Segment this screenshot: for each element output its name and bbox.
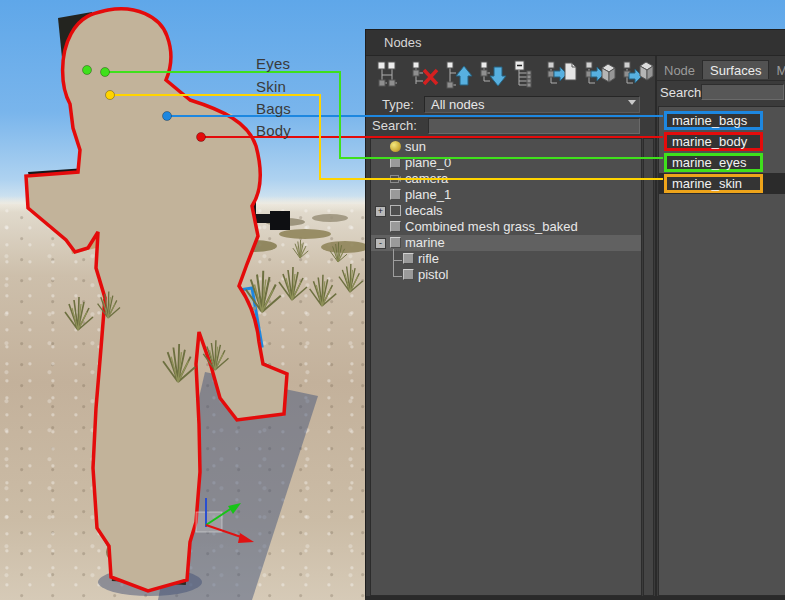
tree-row-sun[interactable]: sun bbox=[371, 139, 641, 155]
node-tree[interactable]: sun plane_0 camera plane_1 +decals Combi… bbox=[370, 138, 642, 596]
tree-row-decals[interactable]: +decals bbox=[371, 203, 641, 219]
surface-marine-bags[interactable]: marine_bags bbox=[664, 111, 763, 130]
panel-title[interactable]: Nodes bbox=[366, 30, 785, 56]
surface-row-skin[interactable]: marine_skin bbox=[659, 173, 785, 194]
cube-icon bbox=[390, 221, 401, 232]
tree-row-rifle[interactable]: rifle bbox=[371, 251, 641, 267]
tree-row-pistol[interactable]: pistol bbox=[371, 267, 641, 283]
surfaces-search-input[interactable] bbox=[701, 84, 784, 100]
tab-mesh[interactable]: Mesh bbox=[769, 61, 785, 80]
node-type-value: All nodes bbox=[431, 97, 484, 112]
inspector-tabs: NodeSurfacesMesh bbox=[657, 60, 785, 81]
tree-row-plane0[interactable]: plane_0 bbox=[371, 155, 641, 171]
import-node-from-mesh-button[interactable] bbox=[622, 58, 654, 90]
nodes-panel: Nodes bbox=[365, 29, 785, 600]
tree-row-camera[interactable]: camera bbox=[371, 171, 641, 187]
type-label: Type: bbox=[382, 97, 414, 112]
move-node-down-button[interactable] bbox=[478, 58, 510, 90]
tab-node[interactable]: Node bbox=[657, 61, 702, 80]
node-type-dropdown[interactable]: All nodes bbox=[424, 96, 640, 113]
delete-node-button[interactable] bbox=[410, 58, 442, 90]
cube-icon bbox=[390, 189, 401, 200]
surface-row-body[interactable]: marine_body bbox=[659, 131, 785, 152]
move-node-up-button[interactable] bbox=[444, 58, 476, 90]
add-node-button[interactable] bbox=[376, 58, 408, 90]
surface-row-eyes[interactable]: marine_eyes bbox=[659, 152, 785, 173]
tree-row-marine[interactable]: -marine bbox=[371, 235, 641, 251]
tree-search-input[interactable] bbox=[428, 118, 640, 134]
cube-outline-icon bbox=[390, 205, 401, 216]
cube-icon bbox=[390, 157, 401, 168]
tab-surfaces[interactable]: Surfaces bbox=[702, 60, 769, 79]
export-node-to-mesh-button[interactable] bbox=[584, 58, 616, 90]
camera-icon bbox=[390, 173, 401, 184]
tree-row-combined-mesh[interactable]: Combined mesh grass_baked bbox=[371, 219, 641, 235]
inspector-column: NodeSurfacesMesh Search: marine_bags mar… bbox=[657, 56, 785, 597]
surface-marine-skin[interactable]: marine_skin bbox=[664, 174, 763, 193]
cube-icon bbox=[403, 269, 414, 280]
tree-branch bbox=[391, 267, 403, 283]
chevron-down-icon bbox=[628, 100, 636, 105]
expand-icon[interactable]: + bbox=[375, 206, 386, 217]
surfaces-search-label: Search: bbox=[660, 85, 705, 100]
surfaces-list[interactable]: marine_bags marine_body marine_eyes mari… bbox=[658, 106, 785, 596]
export-node-to-file-button[interactable] bbox=[546, 58, 578, 90]
surface-marine-eyes[interactable]: marine_eyes bbox=[664, 153, 763, 172]
surface-marine-body[interactable]: marine_body bbox=[664, 132, 763, 151]
cube-icon bbox=[403, 253, 414, 264]
collapse-all-button[interactable] bbox=[513, 58, 545, 90]
tree-scrollbar[interactable] bbox=[643, 138, 654, 596]
sun-icon bbox=[390, 141, 401, 152]
cube-icon bbox=[390, 237, 401, 248]
surface-row-bags[interactable]: marine_bags bbox=[659, 110, 785, 131]
tree-row-plane1[interactable]: plane_1 bbox=[371, 187, 641, 203]
collapse-icon[interactable]: - bbox=[375, 238, 386, 249]
search-label: Search: bbox=[372, 118, 417, 133]
